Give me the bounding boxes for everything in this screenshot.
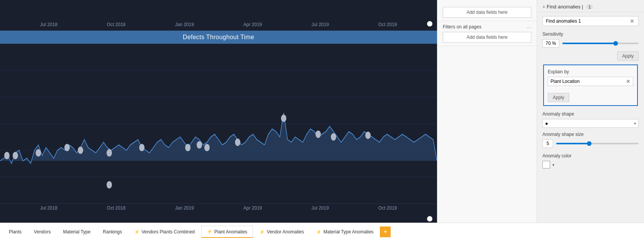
analytics-header: ∧ Find anomalies | 1 xyxy=(537,0,644,12)
analytics-title: ∧ Find anomalies | 1 xyxy=(542,4,593,10)
tab-vendors[interactable]: Vendors xyxy=(28,226,56,238)
date-label-bot-3: Jan 2019 xyxy=(175,205,194,215)
date-label-top-5: Jul 2019 xyxy=(311,22,329,27)
svg-point-10 xyxy=(107,149,112,157)
chart-area: Jul 2018 Oct 2018 Jan 2019 Apr 2019 Jul … xyxy=(0,0,437,223)
anomaly-color-section: Anomaly color ▾ xyxy=(542,153,639,169)
sensitivity-label: Sensitivity xyxy=(542,31,639,37)
svg-point-11 xyxy=(139,144,145,151)
apply-button-sensitivity[interactable]: Apply xyxy=(617,51,639,61)
tab-vendor-anomalies-label: Vendor Anomalies xyxy=(267,229,304,235)
explain-by-label: Explain by xyxy=(548,69,633,74)
date-label-bot-4: Apr 2019 xyxy=(243,205,262,215)
tab-vendor-anomalies-icon: ⚡ xyxy=(260,230,265,235)
svg-point-18 xyxy=(107,181,112,188)
tab-material-anomalies[interactable]: ⚡ Material Type Anomalies xyxy=(310,226,380,238)
date-label-top-6: Oct 2019 xyxy=(378,22,397,27)
find-anomalies-row: Find anomalies 1 ✕ xyxy=(542,16,639,26)
tab-vendor-anomalies[interactable]: ⚡ Vendor Anomalies xyxy=(254,226,310,238)
add-fields-button-1[interactable]: Add data fields here xyxy=(443,7,531,18)
date-label-top-2: Oct 2018 xyxy=(107,22,126,27)
date-label-bot-5: Jul 2019 xyxy=(311,205,329,215)
tag-close-icon[interactable]: ✕ xyxy=(626,78,631,84)
date-label-bot-2: Oct 2018 xyxy=(107,205,126,215)
tab-plants[interactable]: Plants xyxy=(3,226,27,238)
anomaly-color-label: Anomaly color xyxy=(542,153,639,159)
tab-vendors-plants-label: Vendors Plants Combined xyxy=(141,229,195,235)
chart-top: Jul 2018 Oct 2018 Jan 2019 Apr 2019 Jul … xyxy=(0,0,437,31)
filters-all-pages-label: Filters on all pages ··· xyxy=(443,24,531,30)
range-slider-dot-bottom[interactable] xyxy=(427,216,432,221)
anomalies-badge: 1 xyxy=(586,4,593,10)
slider-row xyxy=(0,215,437,223)
chart-main: Defects Throughout Time xyxy=(0,31,437,223)
tab-plant-anomalies[interactable]: ⚡ Plant Anomalies xyxy=(201,226,253,238)
sensitivity-row: 70 % xyxy=(542,39,639,48)
anomaly-shape-section: Anomaly shape ● ▾ xyxy=(542,111,639,128)
sensitivity-value: 70 % xyxy=(542,39,559,48)
apply-button-explain[interactable]: Apply xyxy=(548,93,569,102)
date-label-top-3: Jan 2019 xyxy=(175,22,194,27)
tab-rankings-label: Rankings xyxy=(103,229,122,235)
date-axis-bottom: Jul 2018 Oct 2018 Jan 2019 Apr 2019 Jul … xyxy=(0,203,437,215)
svg-point-12 xyxy=(185,144,191,151)
svg-point-7 xyxy=(36,149,41,157)
filter-dots-icon[interactable]: ··· xyxy=(527,24,531,30)
tabs-bar: Plants Vendors Material Type Rankings ⚡ … xyxy=(0,223,644,238)
chart-svg xyxy=(0,44,437,203)
date-label-bot-1: Jul 2018 xyxy=(40,205,57,215)
anomaly-shape-value: ● xyxy=(545,121,548,126)
color-swatch-row: ▾ xyxy=(542,161,639,169)
color-swatch[interactable] xyxy=(542,161,550,169)
filter-section-all-pages: Filters on all pages ··· Add data fields… xyxy=(437,21,537,46)
sensitivity-section: Sensitivity 70 % xyxy=(542,31,639,48)
svg-point-15 xyxy=(235,139,240,146)
tab-material-type[interactable]: Material Type xyxy=(57,226,96,238)
anomaly-size-value: 5 xyxy=(542,139,553,148)
tab-plant-anomalies-label: Plant Anomalies xyxy=(214,229,247,235)
filter-panel: Add data fields here Filters on all page… xyxy=(437,0,537,223)
range-slider-dot-top[interactable] xyxy=(427,21,432,26)
plant-location-tag: Plant Location ✕ xyxy=(548,77,633,86)
svg-point-17 xyxy=(315,131,321,138)
svg-point-8 xyxy=(64,144,70,151)
tab-rankings[interactable]: Rankings xyxy=(97,226,128,238)
chart-body xyxy=(0,44,437,203)
svg-point-5 xyxy=(4,152,10,159)
tab-material-anomalies-label: Material Type Anomalies xyxy=(324,229,374,235)
date-axis-top: Jul 2018 Oct 2018 Jan 2019 Apr 2019 Jul … xyxy=(0,22,437,27)
anomaly-size-section: Anomaly shape size 5 xyxy=(542,132,639,148)
chevron-up-icon[interactable]: ∧ xyxy=(542,5,545,9)
date-label-top-4: Apr 2019 xyxy=(243,22,262,27)
close-anomalies-button[interactable]: ✕ xyxy=(629,18,635,24)
svg-point-6 xyxy=(13,152,18,159)
date-label-bot-6: Oct 2019 xyxy=(378,205,397,215)
anomaly-shape-label: Anomaly shape xyxy=(542,111,639,117)
tab-vendors-plants[interactable]: ⚡ Vendors Plants Combined xyxy=(128,226,200,238)
color-dropdown-arrow-icon[interactable]: ▾ xyxy=(552,163,554,167)
svg-point-20 xyxy=(365,132,371,139)
date-label-top-1: Jul 2018 xyxy=(40,22,57,27)
tab-plants-label: Plants xyxy=(9,229,21,235)
svg-point-16 xyxy=(281,114,286,122)
tab-vendors-plants-icon: ⚡ xyxy=(134,230,140,235)
svg-point-14 xyxy=(204,144,210,151)
svg-point-19 xyxy=(331,133,336,140)
dropdown-arrow-icon: ▾ xyxy=(634,121,636,126)
plant-location-text: Plant Location xyxy=(550,79,580,84)
chart-title: Defects Throughout Time xyxy=(0,31,437,44)
add-tab-button[interactable]: + xyxy=(380,226,391,237)
svg-point-13 xyxy=(197,141,202,149)
tab-vendors-label: Vendors xyxy=(34,229,51,235)
tab-material-type-label: Material Type xyxy=(63,229,90,235)
size-row: 5 xyxy=(542,139,639,148)
filter-section-top: Add data fields here xyxy=(437,4,537,21)
anomaly-size-label: Anomaly shape size xyxy=(542,132,639,137)
explain-by-section: Explain by Plant Location ✕ Apply xyxy=(543,64,638,106)
size-slider[interactable] xyxy=(556,143,639,144)
tab-material-anomalies-icon: ⚡ xyxy=(316,230,322,235)
tab-plant-anomalies-icon: ⚡ xyxy=(207,229,212,234)
add-fields-button-2[interactable]: Add data fields here xyxy=(443,32,531,43)
anomaly-shape-dropdown[interactable]: ● ▾ xyxy=(542,119,639,128)
sensitivity-slider[interactable] xyxy=(562,43,639,44)
